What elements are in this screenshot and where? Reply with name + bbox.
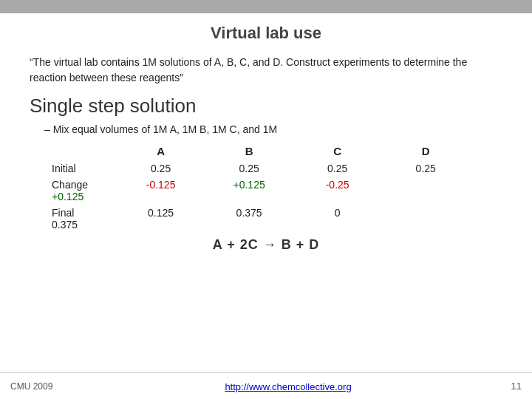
row-initial-b: 0.25 xyxy=(205,160,293,177)
table-header-row: A B C D xyxy=(44,143,470,160)
content: Virtual lab use “The virtual lab contain… xyxy=(0,13,532,372)
col-a-header: A xyxy=(117,143,205,160)
col-c-header: C xyxy=(293,143,382,160)
bottom-bar: CMU 2009 http://www.chemcollective.org 1… xyxy=(0,372,532,399)
row-initial-d: 0.25 xyxy=(381,160,470,177)
intro-text: “The virtual lab contains 1M solutions o… xyxy=(30,55,502,86)
row-change-c: -0.25 xyxy=(293,177,382,205)
table-row: Final 0.375 0.125 0.375 0 xyxy=(44,205,470,233)
slide: Virtual lab use “The virtual lab contain… xyxy=(0,0,532,399)
row-final-label-main: Final xyxy=(52,207,74,219)
row-final-c: 0 xyxy=(293,205,382,233)
section-heading: Single step solution xyxy=(30,95,502,117)
row-final-label2: 0.375 xyxy=(52,219,78,231)
row-change-d xyxy=(381,177,470,205)
icad-table: A B C D Initial 0.25 0.25 0.25 0.25 xyxy=(44,143,470,233)
top-bar xyxy=(0,0,532,13)
footer-page: 11 xyxy=(477,381,522,392)
row-change-label-main: Change xyxy=(52,179,88,191)
table-row: Initial 0.25 0.25 0.25 0.25 xyxy=(44,160,470,177)
col-d-header: D xyxy=(381,143,470,160)
row-change-label: Change +0.125 xyxy=(44,177,117,205)
slide-title: Virtual lab use xyxy=(30,24,502,43)
col-label-header xyxy=(44,143,117,160)
row-final-label: Final 0.375 xyxy=(44,205,117,233)
equation: A + 2C → B + D xyxy=(30,237,502,253)
row-change-b: +0.125 xyxy=(205,177,293,205)
row-change-label2: +0.125 xyxy=(52,191,83,202)
footer-left: CMU 2009 xyxy=(10,381,99,392)
row-final-d xyxy=(381,205,470,233)
row-final-a: 0.125 xyxy=(117,205,205,233)
row-final-b: 0.375 xyxy=(205,205,293,233)
footer-link[interactable]: http://www.chemcollective.org xyxy=(225,381,351,392)
row-initial-c: 0.25 xyxy=(293,160,382,177)
mix-line: – Mix equal volumes of 1M A, 1M B, 1M C,… xyxy=(44,123,502,135)
row-change-a: -0.125 xyxy=(117,177,205,205)
footer-center: http://www.chemcollective.org xyxy=(99,380,477,392)
col-b-header: B xyxy=(205,143,293,160)
row-initial-label: Initial xyxy=(44,160,117,177)
table-row: Change +0.125 -0.125 +0.125 -0.25 xyxy=(44,177,470,205)
row-initial-a: 0.25 xyxy=(117,160,205,177)
